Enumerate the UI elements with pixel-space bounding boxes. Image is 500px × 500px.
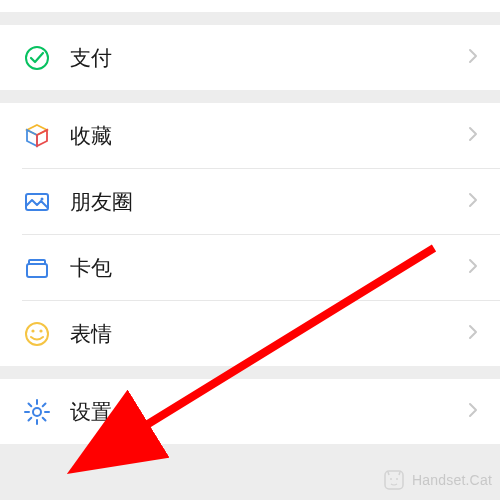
- chevron-right-icon: [468, 258, 478, 278]
- svg-point-7: [39, 329, 42, 332]
- chevron-right-icon: [468, 324, 478, 344]
- svg-point-8: [33, 408, 41, 416]
- pay-icon: [22, 43, 52, 73]
- svg-point-6: [31, 329, 34, 332]
- svg-rect-11: [385, 471, 403, 489]
- svg-point-0: [26, 47, 48, 69]
- menu-item-label: 卡包: [70, 254, 468, 282]
- svg-point-2: [41, 197, 44, 200]
- watermark-text: Handset.Cat: [412, 472, 492, 488]
- svg-point-5: [26, 323, 48, 345]
- menu-item-label: 支付: [70, 44, 468, 72]
- svg-rect-4: [29, 260, 45, 264]
- menu-item-favorites[interactable]: 收藏: [0, 103, 500, 168]
- menu-item-label: 设置: [70, 398, 468, 426]
- svg-point-12: [390, 478, 392, 480]
- menu-item-settings[interactable]: 设置: [0, 379, 500, 444]
- gear-icon: [22, 397, 52, 427]
- chevron-right-icon: [468, 192, 478, 212]
- svg-rect-3: [27, 264, 47, 277]
- section-gap: [0, 12, 500, 25]
- header-stub: [0, 0, 500, 12]
- menu-group-2: 收藏 朋友圈 卡包: [0, 103, 500, 366]
- menu-item-cards[interactable]: 卡包: [0, 235, 500, 300]
- smile-icon: [22, 319, 52, 349]
- menu-group-3: 设置: [0, 379, 500, 444]
- menu-group-1: 支付: [0, 25, 500, 90]
- photo-icon: [22, 187, 52, 217]
- menu-item-label: 收藏: [70, 122, 468, 150]
- menu-item-pay[interactable]: 支付: [0, 25, 500, 90]
- chevron-right-icon: [468, 402, 478, 422]
- chevron-right-icon: [468, 126, 478, 146]
- chevron-right-icon: [468, 48, 478, 68]
- divider: [0, 300, 500, 301]
- menu-item-label: 朋友圈: [70, 188, 468, 216]
- watermark: Handset.Cat: [382, 468, 492, 492]
- svg-point-13: [396, 478, 398, 480]
- cube-icon: [22, 121, 52, 151]
- section-gap: [0, 366, 500, 379]
- section-gap: [0, 90, 500, 103]
- menu-item-moments[interactable]: 朋友圈: [0, 169, 500, 234]
- menu-item-label: 表情: [70, 320, 468, 348]
- menu-item-stickers[interactable]: 表情: [0, 301, 500, 366]
- cat-icon: [382, 468, 406, 492]
- divider: [0, 168, 500, 169]
- wallet-icon: [22, 253, 52, 283]
- divider: [0, 234, 500, 235]
